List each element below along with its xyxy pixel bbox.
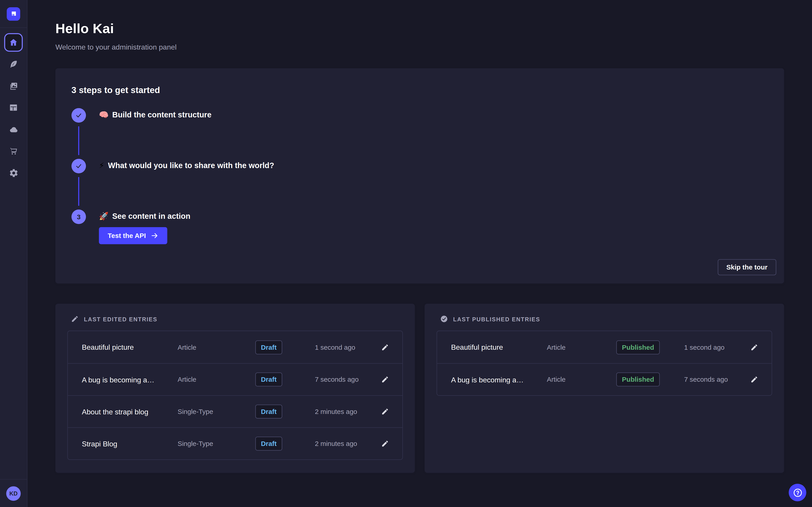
sidebar-item-media-library[interactable] — [4, 76, 23, 95]
entry-kind: Single-Type — [178, 408, 241, 415]
check-icon — [75, 112, 82, 119]
entry-time: 2 minutes ago — [297, 408, 376, 415]
status-badge: Published — [616, 340, 660, 354]
entry-kind: Article — [178, 376, 241, 383]
gear-icon — [9, 168, 18, 178]
edit-entry-button[interactable] — [376, 339, 393, 355]
rocket-emoji: 🚀 — [99, 212, 109, 220]
question-mark-icon — [793, 488, 803, 498]
step-3-number-circle: 3 — [71, 210, 86, 224]
test-api-button[interactable]: Test the API — [99, 227, 167, 244]
entry-time: 7 seconds ago — [666, 376, 746, 383]
entry-status-cell: Published — [609, 373, 666, 386]
sidebar-logo-section — [0, 0, 27, 28]
edit-entry-button[interactable] — [746, 339, 762, 355]
last-published-card: LAST PUBLISHED ENTRIES Beautiful picture… — [425, 304, 784, 473]
last-edited-card: LAST EDITED ENTRIES Beautiful picture Ar… — [55, 304, 415, 473]
entry-title: Beautiful picture — [451, 343, 547, 351]
entry-title: A bug is becoming a… — [82, 376, 178, 384]
step-2-track — [71, 159, 86, 210]
check-icon — [75, 163, 82, 170]
last-edited-header: LAST EDITED ENTRIES — [71, 315, 403, 323]
pencil-icon — [381, 408, 389, 415]
table-row: Beautiful picture Article Draft 1 second… — [68, 331, 402, 363]
entries-section: LAST EDITED ENTRIES Beautiful picture Ar… — [55, 304, 784, 473]
sidebar-item-deploy[interactable] — [4, 120, 23, 139]
status-badge: Draft — [255, 340, 282, 354]
onboarding-step-3: 3 🚀See content in action Test the API — [71, 210, 767, 256]
edit-entry-button[interactable] — [376, 371, 393, 388]
media-library-icon — [9, 81, 18, 90]
entry-status-cell: Draft — [240, 373, 297, 386]
last-published-table: Beautiful picture Article Published 1 se… — [437, 331, 772, 396]
step-2-body: ⚡What would you like to share with the w… — [99, 159, 274, 210]
entry-time: 1 second ago — [666, 343, 746, 351]
step-2-check-circle — [71, 159, 86, 173]
step-3-track: 3 — [71, 210, 86, 256]
cloud-icon — [9, 124, 18, 134]
edit-entry-button[interactable] — [376, 435, 393, 452]
entry-title: Beautiful picture — [82, 343, 178, 351]
entry-status-cell: Draft — [240, 340, 297, 354]
last-published-header: LAST PUBLISHED ENTRIES — [440, 315, 772, 323]
entry-time: 1 second ago — [297, 343, 376, 351]
status-badge: Draft — [255, 373, 282, 386]
test-api-label: Test the API — [108, 232, 146, 239]
pencil-icon — [381, 376, 389, 383]
entry-kind: Article — [178, 343, 241, 351]
help-button[interactable] — [789, 484, 806, 501]
table-row: Strapi Blog Single-Type Draft 2 minutes … — [68, 427, 402, 459]
pencil-icon — [381, 440, 389, 448]
edit-entry-button[interactable] — [376, 403, 393, 420]
status-badge: Draft — [255, 437, 282, 451]
content-manager-icon — [9, 103, 18, 112]
arrow-right-icon — [150, 232, 158, 239]
table-row: A bug is becoming a… Article Draft 7 sec… — [68, 363, 402, 395]
entry-title: About the strapi blog — [82, 407, 178, 416]
onboarding-title: 3 steps to get started — [71, 86, 767, 96]
cart-icon — [9, 147, 18, 156]
edit-entry-button[interactable] — [746, 371, 762, 388]
step-1-check-circle — [71, 108, 86, 123]
last-published-title: LAST PUBLISHED ENTRIES — [453, 316, 540, 322]
step-1-body: 🧠Build the content structure — [99, 108, 212, 159]
user-avatar[interactable]: KD — [6, 486, 21, 501]
entry-time: 2 minutes ago — [297, 440, 376, 448]
table-row: A bug is becoming a… Article Published 7… — [437, 363, 772, 395]
sidebar-item-marketplace[interactable] — [4, 142, 23, 160]
sidebar-item-settings[interactable] — [4, 164, 23, 182]
sidebar-item-content-manager[interactable] — [4, 98, 23, 117]
strapi-logo-icon — [9, 9, 17, 18]
entry-title: Strapi Blog — [82, 439, 178, 448]
feather-icon — [9, 59, 18, 69]
last-edited-title: LAST EDITED ENTRIES — [84, 316, 157, 322]
check-circle-icon — [440, 315, 448, 323]
entry-kind: Article — [547, 376, 609, 383]
lightning-emoji: ⚡ — [99, 161, 104, 170]
entry-status-cell: Draft — [240, 404, 297, 418]
onboarding-step-2: ⚡What would you like to share with the w… — [71, 159, 767, 210]
step-1-track — [71, 108, 86, 159]
onboarding-step-1: 🧠Build the content structure — [71, 108, 767, 159]
table-row: Beautiful picture Article Published 1 se… — [437, 331, 772, 363]
entry-title: A bug is becoming a… — [451, 376, 547, 384]
main-content: Hello Kai Welcome to your administration… — [28, 0, 812, 507]
step-3-label: See content in action — [112, 212, 190, 220]
entry-status-cell: Published — [609, 340, 666, 354]
home-icon — [9, 38, 18, 47]
strapi-dashboard: KD Hello Kai Welcome to your administrat… — [0, 0, 812, 507]
sidebar-item-home[interactable] — [4, 33, 23, 52]
sidebar-nav — [0, 28, 27, 479]
entry-kind: Article — [547, 343, 609, 351]
pencil-icon — [750, 343, 758, 351]
skip-tour-button[interactable]: Skip the tour — [717, 259, 776, 275]
pencil-icon — [750, 376, 758, 383]
page-subtitle: Welcome to your administration panel — [55, 43, 784, 51]
strapi-logo[interactable] — [7, 7, 20, 20]
entry-time: 7 seconds ago — [297, 376, 376, 383]
status-badge: Draft — [255, 404, 282, 418]
pencil-icon — [71, 315, 79, 323]
sidebar-item-content-type-builder[interactable] — [4, 55, 23, 73]
sidebar-footer: KD — [0, 479, 27, 507]
table-row: About the strapi blog Single-Type Draft … — [68, 395, 402, 427]
